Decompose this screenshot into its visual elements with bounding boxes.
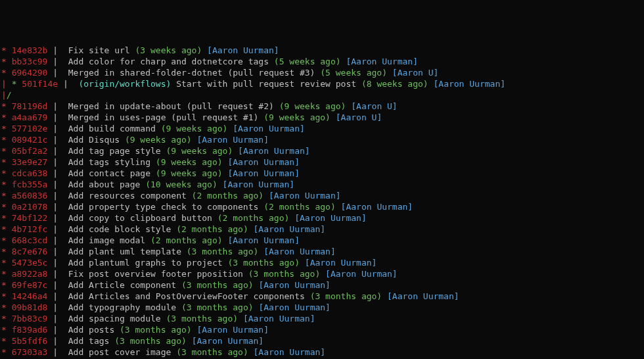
separator: |	[47, 180, 68, 189]
commit-message: Start with pull request review post	[176, 79, 356, 89]
separator: |	[47, 202, 68, 212]
separator: |	[47, 247, 68, 256]
commit-message: Add color for charp and dotnetcore tags	[68, 57, 269, 66]
graph-char: *	[1, 101, 7, 111]
commit-date: (2 months ago)	[192, 191, 264, 201]
separator: |	[47, 57, 68, 66]
graph-char: *	[1, 258, 7, 268]
commit-message: Add contact page	[68, 168, 150, 178]
separator: |	[47, 258, 68, 268]
commit-message: Add resources component	[68, 191, 187, 201]
separator: |	[47, 191, 68, 201]
graph-char: *	[1, 168, 7, 178]
graph-char: *	[1, 269, 7, 279]
commit-message: Merged in uses-page (pull request #1)	[68, 112, 259, 122]
graph-char: *	[1, 302, 7, 312]
separator: |	[47, 168, 68, 178]
graph-char: *	[1, 57, 7, 66]
git-log-line: * 67303a3 | Add post cover image (3 mont…	[1, 347, 643, 358]
git-log-line: * 0a21078 | Add property type check to c…	[1, 201, 643, 212]
commit-hash: a560836	[12, 191, 48, 201]
commit-author: [Aaron U]	[351, 101, 397, 111]
git-log-line: * fcb355a | Add about page (10 weeks ago…	[1, 179, 643, 190]
commit-message: Add tags	[68, 336, 110, 346]
commit-hash: 089421c	[12, 135, 48, 145]
commit-hash: 5473e5c	[12, 258, 48, 268]
separator: |	[47, 224, 68, 234]
commit-date: (5 weeks ago)	[274, 57, 341, 66]
commit-date: (3 months ago)	[310, 291, 382, 301]
commit-hash: 8c7e676	[12, 247, 48, 256]
separator: |	[47, 291, 68, 301]
commit-author: [Aaron Uurman]	[238, 146, 310, 156]
commit-date: (3 months ago)	[181, 280, 254, 290]
commit-date: (5 weeks ago)	[320, 68, 387, 78]
commit-hash: bb33c99	[12, 57, 48, 66]
commit-author: [Aaron Uurman]	[346, 57, 418, 66]
terminal-output[interactable]: * 14e832b | Fix site url (3 weeks ago) […	[0, 45, 644, 359]
git-log-line: |/	[1, 89, 643, 101]
git-log-line: * 577102e | Add build command (9 weeks a…	[1, 123, 643, 134]
commit-author: [Aaron Uurman]	[294, 213, 367, 223]
commit-date: (3 months ago)	[181, 302, 254, 312]
commit-message: Fix post overview footer pposition	[68, 269, 243, 279]
commit-message: Add Articles and PostOverviewFooter comp…	[68, 291, 305, 301]
git-log-line: * 6964290 | Merged in shared-folder-dotn…	[1, 67, 643, 78]
commit-hash: 4b712fc	[12, 224, 48, 234]
commit-date: (10 weeks ago)	[145, 180, 218, 189]
graph-char: *	[1, 235, 7, 245]
git-log-line: * 781196d | Merged in update-about (pull…	[1, 101, 643, 112]
commit-author: [Aaron Uurman]	[227, 168, 300, 178]
commit-author: [Aaron Uurman]	[243, 314, 315, 323]
git-log-line: * 8c7e676 | Add plant uml template (3 mo…	[1, 246, 643, 257]
commit-author: [Aaron Uurman]	[305, 258, 377, 268]
commit-date: (2 months ago)	[150, 235, 223, 245]
git-log-line: * 089421c | Add Disqus (9 weeks ago) [Aa…	[1, 134, 643, 145]
graph-char: *	[1, 336, 7, 346]
graph-char: *	[1, 247, 7, 256]
git-log-line: * a4aa679 | Merged in uses-page (pull re…	[1, 112, 643, 123]
commit-date: (3 months ago)	[248, 269, 321, 279]
commit-hash: 33e9e27	[12, 157, 48, 167]
git-log-line: * 69fe87c | Add Article component (3 mon…	[1, 279, 643, 291]
graph-char: *	[1, 325, 7, 335]
commit-date: (9 weeks ago)	[279, 101, 346, 111]
git-log-line: * f839ad6 | Add posts (3 months ago) [Aa…	[1, 324, 643, 335]
commit-author: [Aaron Uurman]	[233, 124, 305, 133]
commit-author: [Aaron U]	[336, 112, 382, 122]
git-log-line: * 4b712fc | Add code block style (2 mont…	[1, 224, 643, 235]
separator: |	[47, 68, 68, 78]
commit-author: [Aaron U]	[392, 68, 438, 78]
commit-message: Add Article component	[68, 280, 176, 290]
commit-hash: 781196d	[12, 101, 48, 111]
separator: |	[58, 79, 78, 89]
commit-date: (2 months ago)	[264, 202, 336, 212]
git-log-line: * 5473e5c | Add plantuml graphs to proje…	[1, 257, 643, 268]
commit-ref: (origin/workflows)	[78, 79, 171, 89]
commit-author: [Aaron Uurman]	[196, 325, 269, 335]
commit-date: (9 weeks ago)	[156, 157, 223, 167]
commit-message: Merged in shared-folder-dotnet (pull req…	[68, 68, 315, 78]
commit-date: (3 months ago)	[114, 336, 187, 346]
git-log-line: * 14246a4 | Add Articles and PostOvervie…	[1, 291, 643, 302]
commit-hash: a4aa679	[12, 112, 48, 122]
commit-message: Add plant uml template	[68, 247, 181, 256]
graph-char: *	[1, 280, 7, 290]
graph-char: *	[1, 157, 7, 167]
git-log-line: * a8922a8 | Fix post overview footer ppo…	[1, 268, 643, 279]
commit-hash: 67303a3	[12, 347, 48, 357]
git-log-line: * 5b5fdf6 | Add tags (3 months ago) [Aar…	[1, 335, 643, 347]
commit-author: [Aaron Uurman]	[325, 269, 398, 279]
commit-hash: 05bf2a2	[12, 146, 48, 156]
commit-date: (3 months ago)	[120, 325, 192, 335]
graph-char: *	[1, 180, 7, 189]
commit-hash: 501f14e	[22, 79, 58, 89]
commit-message: Add tag page style	[68, 146, 161, 156]
commit-date: (2 months ago)	[218, 213, 290, 223]
separator: |	[47, 101, 68, 111]
graph-char: *	[1, 224, 7, 234]
commit-message: Add typography module	[68, 302, 176, 312]
commit-author: [Aaron Uurman]	[258, 302, 331, 312]
commit-hash: cdca638	[12, 168, 48, 178]
commit-date: (9 weeks ago)	[125, 135, 192, 145]
